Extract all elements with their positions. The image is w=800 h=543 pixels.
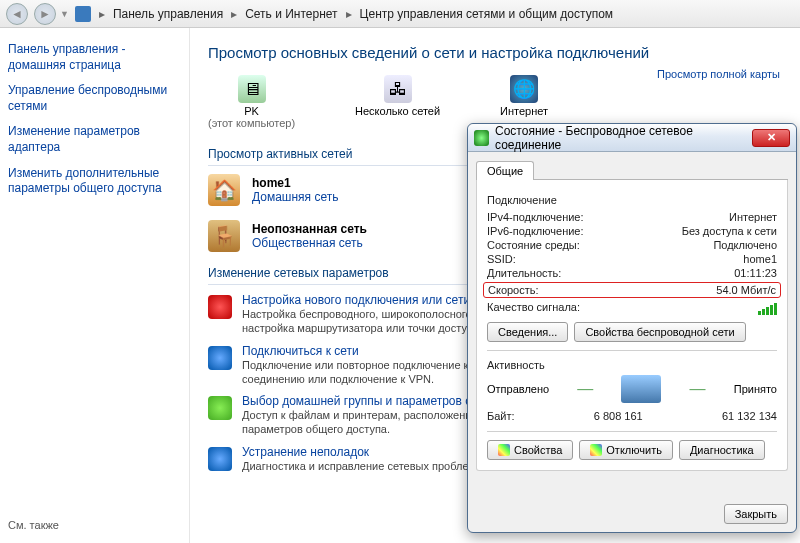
globe-icon: 🌐 (510, 75, 538, 103)
shield-icon (498, 444, 510, 456)
dialog-title: Состояние - Беспроводное сетевое соедине… (495, 124, 746, 152)
tab-strip: Общие (476, 160, 788, 180)
bytes-sent-value: 6 808 161 (515, 410, 722, 422)
sidebar: Панель управления - домашняя страница Уп… (0, 28, 190, 543)
network-name: Неопознанная сеть (252, 222, 367, 236)
ipv6-value: Без доступа к сети (682, 225, 777, 237)
group-connection: Подключение (487, 194, 777, 206)
sent-label: Отправлено (487, 383, 549, 395)
dialog-body: Общие Подключение IPv4-подключение:Интер… (468, 152, 796, 496)
diagnostics-button[interactable]: Диагностика (679, 440, 765, 460)
homegroup-icon (208, 396, 232, 420)
control-panel-icon (75, 6, 91, 22)
sidebar-link-home[interactable]: Панель управления - домашняя страница (8, 42, 181, 73)
wireless-properties-button[interactable]: Свойства беспроводной сети (574, 322, 745, 342)
properties-button[interactable]: Свойства (487, 440, 573, 460)
networks-icon: 🖧 (384, 75, 412, 103)
nav-back-button[interactable]: ◄ (6, 3, 28, 25)
group-activity: Активность (487, 359, 777, 371)
bench-icon: 🪑 (208, 220, 240, 252)
breadcrumb-item[interactable]: Панель управления (113, 7, 223, 21)
breadcrumb-bar: ◄ ► ▼ ▸ Панель управления ▸ Сеть и Интер… (0, 0, 800, 28)
chevron-right-icon: ▸ (346, 7, 352, 21)
dialog-titlebar[interactable]: Состояние - Беспроводное сетевое соедине… (468, 124, 796, 152)
signal-bars-icon (758, 301, 777, 315)
duration-label: Длительность: (487, 267, 561, 279)
chevron-right-icon: ▸ (99, 7, 105, 21)
details-button[interactable]: Сведения... (487, 322, 568, 342)
ipv6-label: IPv6-подключение: (487, 225, 584, 237)
nav-history-dropdown[interactable]: ▼ (60, 9, 69, 19)
recv-label: Принято (734, 383, 777, 395)
map-internet: 🌐 Интернет (500, 75, 548, 117)
disable-button[interactable]: Отключить (579, 440, 673, 460)
speed-value: 54.0 Мбит/с (716, 284, 776, 296)
ipv4-value: Интернет (729, 211, 777, 223)
media-value: Подключено (713, 239, 777, 251)
ipv4-label: IPv4-подключение: (487, 211, 584, 223)
breadcrumb-item[interactable]: Сеть и Интернет (245, 7, 337, 21)
bytes-label: Байт: (487, 410, 515, 422)
signal-label: Качество сигнала: (487, 301, 580, 315)
network-type-link[interactable]: Домашняя сеть (252, 190, 338, 204)
computer-icon: 🖥 (238, 75, 266, 103)
shield-icon (590, 444, 602, 456)
close-button[interactable]: ✕ (752, 129, 790, 147)
ssid-label: SSID: (487, 253, 516, 265)
ssid-value: home1 (743, 253, 777, 265)
view-full-map-link[interactable]: Просмотр полной карты (657, 68, 780, 80)
duration-value: 01:11:23 (734, 267, 777, 279)
signal-icon (474, 130, 489, 146)
map-internet-label: Интернет (500, 105, 548, 117)
bytes-recv-value: 61 132 134 (722, 410, 777, 422)
activity-row: Отправлено — — Принято (487, 375, 777, 403)
nav-forward-button[interactable]: ► (34, 3, 56, 25)
see-also-heading: См. также (8, 519, 181, 531)
map-multi-label: Несколько сетей (355, 105, 440, 117)
close-dialog-button[interactable]: Закрыть (724, 504, 788, 524)
connect-icon (208, 346, 232, 370)
speed-row-highlighted: Скорость:54.0 Мбит/с (483, 282, 781, 298)
speed-label: Скорость: (488, 284, 539, 296)
house-icon: 🏠 (208, 174, 240, 206)
activity-icon (621, 375, 661, 403)
map-pc-label: PK (208, 105, 295, 117)
breadcrumb-item[interactable]: Центр управления сетями и общим доступом (360, 7, 614, 21)
network-type-link[interactable]: Общественная сеть (252, 236, 363, 250)
map-pc-sublabel: (этот компьютер) (208, 117, 295, 129)
troubleshoot-icon (208, 447, 232, 471)
sidebar-link-sharing[interactable]: Изменить дополнительные параметры общего… (8, 166, 181, 197)
tab-general[interactable]: Общие (476, 161, 534, 180)
map-multiple-networks: 🖧 Несколько сетей (355, 75, 440, 117)
dialog-content: Подключение IPv4-подключение:Интернет IP… (476, 180, 788, 471)
new-connection-icon (208, 295, 232, 319)
network-name: home1 (252, 176, 338, 190)
chevron-right-icon: ▸ (231, 7, 237, 21)
sidebar-link-wireless[interactable]: Управление беспроводными сетями (8, 83, 181, 114)
wireless-status-dialog: Состояние - Беспроводное сетевое соедине… (467, 123, 797, 533)
media-label: Состояние среды: (487, 239, 580, 251)
dialog-footer: Закрыть (468, 496, 796, 532)
page-title: Просмотр основных сведений о сети и наст… (208, 44, 782, 61)
sidebar-link-adapter[interactable]: Изменение параметров адаптера (8, 124, 181, 155)
map-this-pc: 🖥 PK (этот компьютер) (208, 75, 295, 129)
